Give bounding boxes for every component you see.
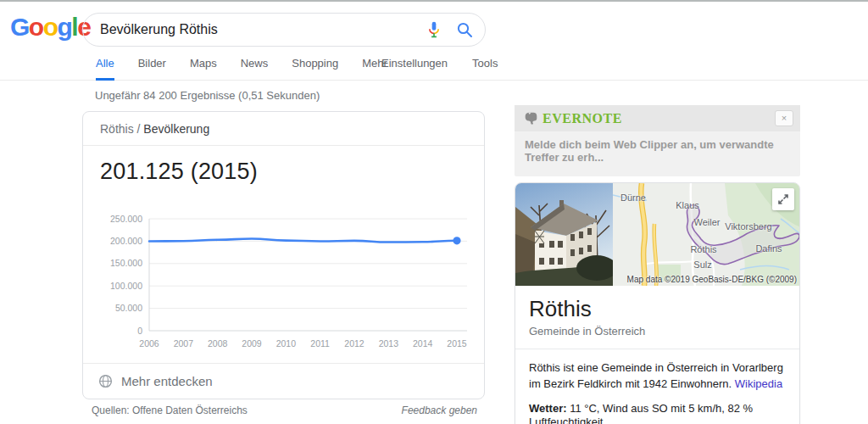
result-stats: Ungefähr 84 200 Ergebnisse (0,51 Sekunde… — [95, 89, 868, 102]
map-label-dafins: Dafins — [755, 243, 782, 254]
svg-text:2010: 2010 — [276, 338, 297, 349]
svg-text:50.000: 50.000 — [115, 303, 142, 313]
tab-maps[interactable]: Maps — [190, 57, 217, 81]
svg-text:200.000: 200.000 — [110, 236, 142, 246]
entity-photo[interactable] — [515, 183, 613, 286]
population-chart-card: Röthis / Bevölkerung 201.125 (2015) 050.… — [82, 111, 485, 399]
svg-text:2009: 2009 — [242, 338, 262, 349]
google-logo[interactable]: Google — [10, 13, 90, 42]
svg-text:2012: 2012 — [344, 338, 364, 349]
svg-text:2015: 2015 — [447, 338, 467, 349]
svg-text:2013: 2013 — [379, 338, 399, 349]
divider — [515, 349, 799, 349]
results-tabbar: AlleBilderMapsNewsShoppingMehr Einstellu… — [0, 51, 868, 81]
google-logo-letter: o — [29, 13, 43, 41]
map-label-sulz: Sulz — [693, 259, 711, 270]
svg-text:100.000: 100.000 — [110, 281, 142, 291]
tab-alle[interactable]: Alle — [96, 57, 114, 81]
tab-news[interactable]: News — [241, 57, 269, 81]
entity-map[interactable]: Map data ©2019 GeoBasis-DE/BKG (©2009) D… — [613, 183, 799, 286]
svg-text:2008: 2008 — [208, 338, 228, 349]
search-input[interactable] — [100, 22, 426, 37]
breadcrumb-entity[interactable]: Röthis — [100, 122, 134, 136]
entity-description: Röthis ist eine Gemeinde in Österreich i… — [529, 360, 786, 392]
entity-title: Röthis — [529, 296, 786, 322]
tab-shopping[interactable]: Shopping — [292, 57, 338, 81]
svg-text:2011: 2011 — [310, 338, 330, 349]
explore-more-button[interactable]: Mehr entdecken — [83, 363, 484, 399]
map-label-weiler: Weiler — [694, 217, 721, 227]
map-attribution: Map data ©2019 GeoBasis-DE/BKG (©2009) — [627, 275, 797, 284]
population-line-chart[interactable]: 050.000100.000150.000200.000250.00020062… — [100, 210, 467, 356]
population-value: 201.125 (2015) — [100, 159, 467, 185]
mic-icon[interactable] — [426, 20, 442, 39]
tab-bilder[interactable]: Bilder — [138, 57, 166, 81]
entity-subtitle: Gemeinde in Österreich — [529, 325, 786, 349]
close-icon[interactable]: × — [775, 110, 793, 126]
evernote-elephant-icon — [523, 110, 539, 126]
google-logo-letter: g — [58, 13, 72, 41]
svg-text:2014: 2014 — [413, 338, 433, 349]
knowledge-panel: Map data ©2019 GeoBasis-DE/BKG (©2009) D… — [515, 182, 800, 424]
svg-text:250.000: 250.000 — [110, 214, 142, 224]
globe-icon — [98, 374, 113, 388]
explore-more-label: Mehr entdecken — [121, 374, 213, 388]
search-icon[interactable] — [456, 21, 473, 38]
evernote-extension-banner: EVERNOTE × Melde dich beim Web Clipper a… — [515, 105, 800, 176]
evernote-message: Melde dich beim Web Clipper an, um verwa… — [515, 131, 800, 176]
map-label-klaus: Klaus — [676, 200, 699, 210]
feedback-link[interactable]: Feedback geben — [402, 404, 477, 416]
tab-einstellungen[interactable]: Einstellungen — [381, 57, 448, 78]
svg-text:150.000: 150.000 — [110, 258, 142, 268]
tab-tools[interactable]: Tools — [472, 57, 498, 78]
search-bar[interactable] — [82, 13, 486, 47]
svg-text:2007: 2007 — [174, 338, 194, 349]
search-header: Google — [0, 2, 868, 51]
breadcrumb-metric: Bevölkerung — [143, 122, 209, 136]
fact-row: Wetter: 11 °C, Wind aus SO mit 5 km/h, 8… — [529, 402, 786, 424]
sources-label: Quellen: Offene Daten Österreichs — [92, 404, 248, 416]
map-label-dürne: Dürne — [620, 192, 646, 203]
evernote-brand: EVERNOTE — [542, 111, 622, 126]
google-logo-letter: G — [10, 13, 29, 41]
svg-text:2006: 2006 — [139, 338, 159, 349]
map-label-röthis: Röthis — [690, 244, 716, 254]
svg-text:0: 0 — [137, 326, 142, 336]
fact-label: Wetter: — [529, 402, 567, 415]
expand-icon[interactable] — [772, 188, 794, 210]
google-logo-letter: o — [43, 13, 58, 41]
breadcrumb: Röthis / Bevölkerung — [83, 112, 484, 146]
map-label-viktorsberg: Viktorsberg — [725, 221, 771, 232]
wikipedia-link[interactable]: Wikipedia — [735, 377, 782, 390]
